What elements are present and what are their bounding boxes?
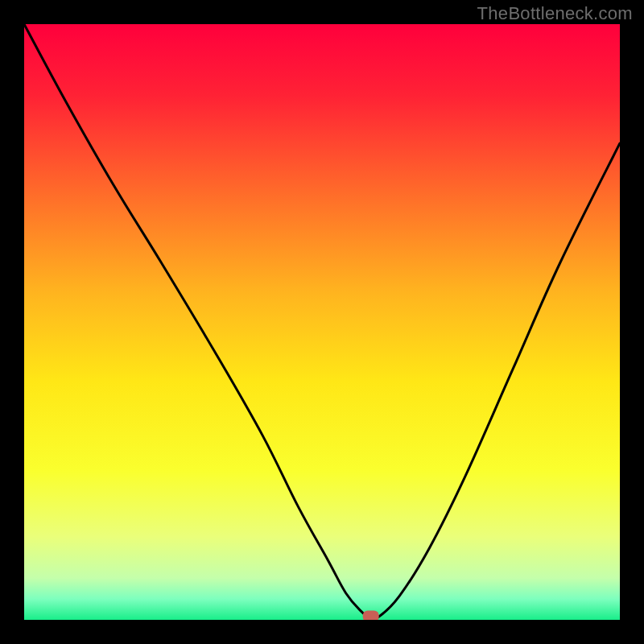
plot-area <box>24 24 620 620</box>
optimum-marker-icon <box>363 611 379 620</box>
plot-svg <box>24 24 620 620</box>
watermark-text: TheBottleneck.com <box>477 3 633 24</box>
chart-frame: TheBottleneck.com <box>0 0 644 644</box>
gradient-background <box>24 24 620 620</box>
